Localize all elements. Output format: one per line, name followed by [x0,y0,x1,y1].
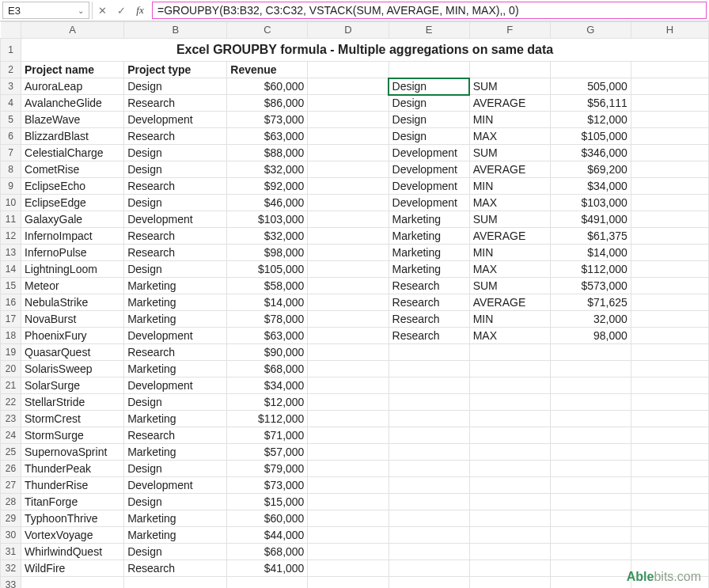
cell[interactable] [308,95,389,112]
cell[interactable] [550,62,631,78]
cell-value[interactable] [550,344,631,361]
select-all-corner[interactable] [1,22,21,39]
cell-value[interactable]: 98,000 [550,328,631,344]
cell-revenue[interactable]: $103,000 [227,211,308,228]
cell-project-name[interactable]: QuasarQuest [21,344,124,361]
cell-project-type[interactable]: Development [124,211,227,228]
cell-revenue[interactable]: $86,000 [227,95,308,112]
cell-value[interactable]: $71,625 [550,294,631,311]
cell-agg[interactable] [469,394,550,411]
cell-revenue[interactable] [227,577,308,589]
cell-project-name[interactable]: CometRise [21,161,124,178]
cell[interactable] [308,228,389,245]
row-header[interactable]: 6 [1,128,21,145]
cell-project-name[interactable]: StellarStride [21,394,124,411]
cell-value[interactable] [550,577,631,589]
enter-icon[interactable]: ✓ [112,2,131,19]
cell-agg[interactable]: MIN [469,112,550,128]
cell-agg[interactable]: SUM [469,211,550,228]
col-header[interactable]: A [21,22,124,39]
cell-revenue[interactable]: $60,000 [227,78,308,95]
cell-project-type[interactable]: Marketing [124,510,227,527]
cell-project-name[interactable]: StormSurge [21,427,124,444]
row-header[interactable]: 26 [1,461,21,477]
cell[interactable] [308,261,389,278]
cell-project-type[interactable]: Marketing [124,527,227,544]
cell[interactable] [308,278,389,294]
cell-revenue[interactable]: $46,000 [227,195,308,211]
cell-project-type[interactable]: Design [124,461,227,477]
cell-group[interactable]: Marketing [389,211,469,228]
cell[interactable] [631,78,708,95]
col-header[interactable]: B [124,22,227,39]
cell[interactable] [308,527,389,544]
cell-agg[interactable] [469,527,550,544]
cell-project-name[interactable]: NebulaStrike [21,294,124,311]
cell-revenue[interactable]: $90,000 [227,344,308,361]
row-header[interactable]: 28 [1,494,21,510]
cell-agg[interactable]: MIN [469,245,550,261]
cell-value[interactable]: $491,000 [550,211,631,228]
cell-agg[interactable] [469,361,550,377]
cell-agg[interactable] [469,510,550,527]
cell[interactable] [631,328,708,344]
cell-group[interactable] [389,560,469,577]
cell[interactable] [308,427,389,444]
cell[interactable] [308,361,389,377]
cell-value[interactable]: $105,000 [550,128,631,145]
cell-agg[interactable] [469,494,550,510]
cell[interactable] [631,394,708,411]
cell-value[interactable]: $573,000 [550,278,631,294]
page-title[interactable]: Excel GROUPBY formula - Multiple aggrega… [21,39,709,62]
cell-project-name[interactable]: AuroraLeap [21,78,124,95]
cell-group[interactable]: Marketing [389,245,469,261]
cell-agg[interactable] [469,411,550,427]
cell-project-name[interactable]: WildFire [21,560,124,577]
cell-project-type[interactable]: Marketing [124,278,227,294]
cell-agg[interactable]: AVERAGE [469,161,550,178]
cell-project-type[interactable]: Marketing [124,311,227,328]
cell[interactable] [631,477,708,494]
cell-value[interactable] [550,444,631,461]
cell[interactable] [308,145,389,161]
cell-project-name[interactable]: SupernovaSprint [21,444,124,461]
cell[interactable] [308,560,389,577]
cell-group[interactable]: Design [389,128,469,145]
cell-revenue[interactable]: $71,000 [227,427,308,444]
fx-icon[interactable]: fx [131,2,150,19]
cell-group[interactable] [389,461,469,477]
cell-project-type[interactable]: Research [124,427,227,444]
cancel-icon[interactable]: ✕ [93,2,112,19]
row-header[interactable]: 16 [1,294,21,311]
cell-agg[interactable] [469,461,550,477]
cell[interactable] [308,377,389,394]
cell-revenue[interactable]: $105,000 [227,261,308,278]
cell[interactable] [631,128,708,145]
cell-agg[interactable] [469,344,550,361]
cell-revenue[interactable]: $60,000 [227,510,308,527]
cell-project-type[interactable]: Design [124,145,227,161]
row-header[interactable]: 7 [1,145,21,161]
cell-project-name[interactable]: BlazeWave [21,112,124,128]
cell-revenue[interactable]: $14,000 [227,294,308,311]
row-header[interactable]: 27 [1,477,21,494]
cell[interactable] [631,211,708,228]
header-project-type[interactable]: Project type [124,62,227,78]
cell-group[interactable] [389,527,469,544]
cell-project-name[interactable]: ThunderRise [21,477,124,494]
cell-project-name[interactable]: CelestialCharge [21,145,124,161]
cell-project-name[interactable]: TitanForge [21,494,124,510]
cell-value[interactable]: 505,000 [550,78,631,95]
row-header[interactable]: 33 [1,577,21,589]
cell-group[interactable] [389,477,469,494]
header-revenue[interactable]: Revenue [227,62,308,78]
cell-value[interactable]: 32,000 [550,311,631,328]
header-project-name[interactable]: Project name [21,62,124,78]
cell-revenue[interactable]: $58,000 [227,278,308,294]
cell-agg[interactable] [469,444,550,461]
cell-group[interactable] [389,494,469,510]
cell-group[interactable] [389,411,469,427]
row-header[interactable]: 14 [1,261,21,278]
cell-revenue[interactable]: $12,000 [227,394,308,411]
cell-group[interactable]: Development [389,195,469,211]
